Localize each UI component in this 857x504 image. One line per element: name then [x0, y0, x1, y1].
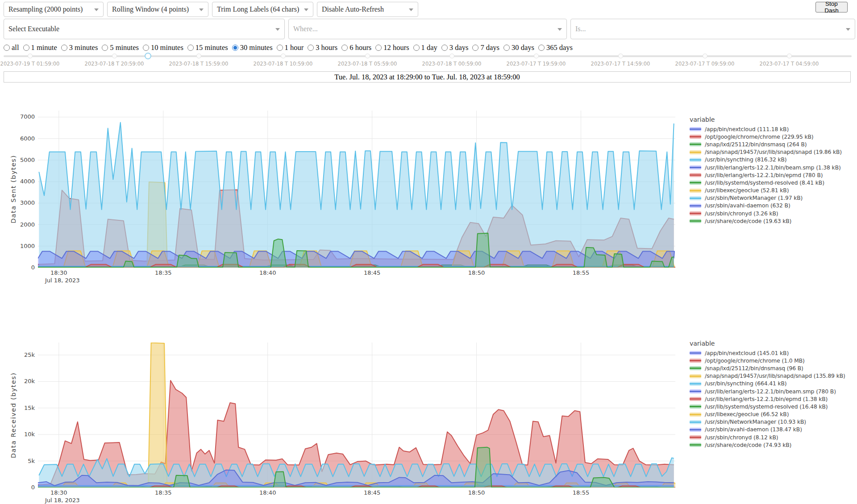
legend-swatch-line: [690, 198, 701, 199]
legend-swatch-line: [690, 205, 701, 207]
legend-item[interactable]: /usr/lib/erlang/erts-12.2.1/bin/epmd (1.…: [690, 395, 856, 403]
is-filter-dropdown[interactable]: Is...: [570, 19, 855, 39]
time-option-radio[interactable]: [413, 45, 420, 51]
legend-item[interactable]: /snap/snapd/19457/usr/lib/snapd/snapd (1…: [690, 149, 856, 156]
time-option-radio[interactable]: [61, 45, 67, 51]
trim-labels-dropdown[interactable]: Trim Long Labels (64 chars): [212, 2, 313, 17]
slider-mark-dot[interactable]: [449, 54, 454, 58]
time-range-slider-track[interactable]: [4, 55, 852, 57]
auto-refresh-dropdown-label: Disable Auto-Refresh: [322, 5, 384, 13]
stop-dash-button[interactable]: Stop Dash: [815, 2, 848, 12]
legend-item[interactable]: /usr/share/code/code (74.93 kB): [690, 441, 856, 449]
legend-item[interactable]: /usr/lib/systemd/systemd-resolved (16.48…: [690, 403, 856, 410]
time-option-1-minute[interactable]: 1 minute: [23, 43, 57, 52]
legend-item[interactable]: /usr/lib/erlang/erts-12.2.1/bin/beam.smp…: [690, 388, 856, 395]
time-option-radio[interactable]: [4, 45, 10, 51]
legend-item-label: /usr/sbin/chronyd (3.26 kB): [705, 211, 778, 217]
legend-item[interactable]: /usr/bin/syncthing (664.41 kB): [690, 380, 856, 388]
time-option-radio[interactable]: [23, 45, 29, 51]
legend-item[interactable]: /snap/lxd/25112/bin/dnsmasq (96 B): [690, 364, 856, 372]
legend-item[interactable]: /opt/google/chrome/chrome (229.95 kB): [690, 133, 856, 140]
time-option-radio[interactable]: [341, 45, 348, 51]
time-option-12-hours[interactable]: 12 hours: [375, 43, 409, 52]
slider-mark-dot[interactable]: [112, 54, 117, 58]
legend-item[interactable]: /usr/sbin/avahi-daemon (632 B): [690, 202, 856, 210]
time-option-15-minutes[interactable]: 15 minutes: [187, 43, 228, 52]
legend-swatch-icon: [690, 165, 701, 169]
legend-item-label: /snap/snapd/19457/usr/lib/snapd/snapd (1…: [705, 149, 842, 155]
time-option-3-minutes[interactable]: 3 minutes: [61, 43, 98, 52]
legend-item[interactable]: /usr/share/code/code (19.63 kB): [690, 217, 856, 225]
time-option-label: 1 day: [421, 43, 437, 52]
resampling-dropdown[interactable]: Resampling (2000 points): [4, 2, 104, 17]
data-sent-chart-plot[interactable]: [38, 111, 675, 268]
time-option-radio[interactable]: [187, 45, 194, 51]
time-option-radio[interactable]: [503, 45, 510, 51]
time-option-radio[interactable]: [232, 45, 238, 51]
auto-refresh-dropdown[interactable]: Disable Auto-Refresh: [317, 2, 418, 17]
time-option-radio[interactable]: [441, 45, 448, 51]
slider-mark-dot[interactable]: [365, 54, 370, 58]
time-option-radio[interactable]: [375, 45, 382, 51]
slider-mark-dot[interactable]: [534, 54, 539, 58]
time-option-radio[interactable]: [308, 45, 314, 51]
time-option-all[interactable]: all: [4, 43, 19, 52]
time-option-1-day[interactable]: 1 day: [413, 43, 437, 52]
legend-item[interactable]: /usr/sbin/NetworkManager (10.93 kB): [690, 418, 856, 426]
slider-mark-dot[interactable]: [28, 54, 33, 58]
legend-item[interactable]: /usr/libexec/geoclue (52.81 kB): [690, 187, 856, 194]
data-received-chart-plot[interactable]: [38, 343, 675, 487]
slider-mark-dot[interactable]: [196, 54, 201, 58]
legend-item[interactable]: /opt/google/chrome/chrome (1.0 MB): [690, 357, 856, 364]
x-tick-label: 18:35: [150, 269, 177, 276]
legend-item[interactable]: /snap/snapd/19457/usr/lib/snapd/snapd (1…: [690, 372, 856, 380]
time-option-1-hour[interactable]: 1 hour: [277, 43, 304, 52]
legend-item[interactable]: /usr/lib/systemd/systemd-resolved (8.41 …: [690, 179, 856, 186]
select-executable-dropdown[interactable]: Select Executable: [4, 19, 285, 39]
legend-item[interactable]: /usr/bin/syncthing (816.32 kB): [690, 156, 856, 164]
legend-item[interactable]: /usr/sbin/avahi-daemon (138.47 kB): [690, 426, 856, 434]
legend-item[interactable]: /app/bin/nextcloud (145.01 kB): [690, 349, 856, 357]
slider-mark-dot[interactable]: [618, 54, 623, 58]
legend-item[interactable]: /usr/sbin/chronyd (3.26 kB): [690, 210, 856, 217]
slider-mark-dot[interactable]: [787, 54, 792, 58]
time-option-radio[interactable]: [538, 45, 545, 51]
where-filter-dropdown[interactable]: Where...: [288, 19, 567, 39]
legend-item[interactable]: /usr/lib/erlang/erts-12.2.1/bin/beam.smp…: [690, 164, 856, 171]
is-filter-placeholder: Is...: [575, 25, 586, 33]
legend-swatch-icon: [690, 211, 701, 215]
time-option-radio[interactable]: [277, 45, 283, 51]
rolling-window-dropdown[interactable]: Rolling Window (4 points): [107, 2, 208, 17]
time-option-radio[interactable]: [472, 45, 478, 51]
time-option-5-minutes[interactable]: 5 minutes: [102, 43, 139, 52]
time-option-label: 3 minutes: [69, 43, 98, 52]
legend-swatch-icon: [690, 351, 701, 355]
slider-mark-dot[interactable]: [281, 54, 286, 58]
legend-item[interactable]: /usr/sbin/NetworkManager (1.97 kB): [690, 194, 856, 202]
slider-handle[interactable]: [145, 53, 151, 59]
legend-item[interactable]: /app/bin/nextcloud (111.18 kB): [690, 125, 856, 133]
time-option-7-days[interactable]: 7 days: [472, 43, 499, 52]
time-option-3-hours[interactable]: 3 hours: [308, 43, 337, 52]
slider-mark-dot[interactable]: [703, 54, 707, 58]
time-option-radio[interactable]: [143, 45, 149, 51]
time-option-30-minutes[interactable]: 30 minutes: [232, 43, 273, 52]
legend-swatch-line: [690, 406, 701, 407]
time-option-3-days[interactable]: 3 days: [441, 43, 469, 52]
legend-swatch-icon: [690, 374, 701, 378]
legend-swatch-icon: [690, 189, 701, 193]
time-option-label: 3 days: [449, 43, 469, 52]
x-tick-label: 18:30: [46, 269, 72, 276]
legend-item[interactable]: /usr/libexec/geoclue (66.52 kB): [690, 411, 856, 418]
legend-item[interactable]: /snap/lxd/25112/bin/dnsmasq (264 B): [690, 140, 856, 148]
legend-item[interactable]: /usr/lib/erlang/erts-12.2.1/bin/epmd (78…: [690, 171, 856, 179]
where-filter-placeholder: Where...: [293, 25, 318, 33]
legend-item[interactable]: /usr/sbin/chronyd (8.12 kB): [690, 434, 856, 441]
time-option-365-days[interactable]: 365 days: [538, 43, 573, 52]
time-option-radio[interactable]: [102, 45, 108, 51]
time-option-6-hours[interactable]: 6 hours: [341, 43, 371, 52]
time-option-10-minutes[interactable]: 10 minutes: [143, 43, 183, 52]
time-option-30-days[interactable]: 30 days: [503, 43, 534, 52]
legend-swatch-line: [690, 159, 701, 161]
legend-item-label: /usr/libexec/geoclue (66.52 kB): [705, 411, 789, 417]
